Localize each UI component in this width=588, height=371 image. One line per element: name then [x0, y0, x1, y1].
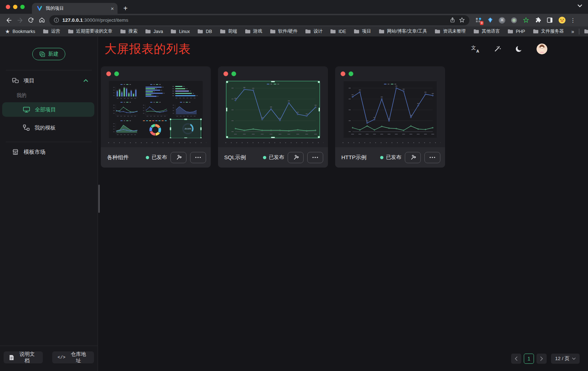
bookmark-star-icon[interactable]: [459, 17, 465, 23]
project-preview-image[interactable]: [226, 81, 320, 138]
bookmark-folder[interactable]: 项目: [354, 28, 371, 34]
side-panel-icon[interactable]: [547, 17, 553, 23]
project-card[interactable]: HTTP示例 已发布: [335, 66, 445, 168]
ellipsis-icon: [312, 157, 318, 158]
hammer-icon: [292, 154, 299, 161]
green-dot-icon: [114, 71, 119, 76]
status-dot-icon: [263, 156, 266, 159]
home-icon[interactable]: [36, 15, 47, 25]
magic-wand-icon[interactable]: [493, 45, 501, 53]
bookmark-folder[interactable]: IDE: [330, 29, 346, 34]
sidebar-item-all-projects[interactable]: 全部项目: [2, 102, 94, 117]
bookmark-folder[interactable]: 游戏: [245, 28, 262, 34]
sidebar-divider: [6, 70, 92, 70]
back-icon[interactable]: [4, 15, 15, 25]
bookmark-folder[interactable]: 网站/博客/文章/工具: [379, 28, 427, 34]
bookmark-folder[interactable]: 软件/硬件: [270, 28, 297, 34]
tab-strip: 我的项目 × +: [0, 0, 588, 14]
tab-search-icon[interactable]: [577, 4, 582, 8]
more-button[interactable]: [190, 152, 206, 163]
project-preview-image[interactable]: [343, 81, 437, 138]
next-page-icon[interactable]: [536, 354, 547, 364]
page-size-select[interactable]: 12 / 页: [551, 354, 580, 364]
red-dot-icon: [106, 71, 111, 76]
share-icon[interactable]: [449, 17, 456, 23]
folder-icon: [533, 29, 539, 34]
bookmark-folder[interactable]: 运营: [43, 28, 60, 34]
status-label: 已发布: [152, 154, 167, 161]
svg-text:25.00%: 25.00%: [185, 128, 192, 130]
more-button[interactable]: [307, 152, 323, 163]
recorder-extension-icon[interactable]: [511, 17, 517, 24]
gem-extension-icon[interactable]: [487, 17, 493, 23]
bookmark-folder[interactable]: 其他语言: [473, 28, 500, 34]
close-window-button[interactable]: [6, 5, 10, 9]
bookmark-folder[interactable]: 近期需要读的文章: [68, 28, 112, 34]
dark-mode-moon-icon[interactable]: [515, 45, 522, 53]
site-info-icon[interactable]: [54, 17, 59, 23]
extension-badge: 9: [480, 21, 484, 25]
bookmarks-manager[interactable]: ★ Bookmarks: [5, 29, 35, 34]
docs-button[interactable]: 说明文档: [4, 351, 43, 363]
project-card-list: 25.00% 各种组件 已发布: [98, 60, 588, 168]
bookmark-folder[interactable]: DB: [197, 29, 212, 34]
bookmark-folder[interactable]: Linux: [170, 29, 190, 34]
user-avatar[interactable]: [536, 44, 547, 54]
create-project-button[interactable]: 新建: [32, 48, 65, 60]
status-dot-icon: [380, 156, 383, 159]
zoom-window-button[interactable]: [20, 5, 25, 9]
chevron-down-icon: [572, 358, 576, 360]
bookmark-folder[interactable]: 资讯未整理: [435, 28, 466, 34]
edit-button[interactable]: [405, 152, 421, 163]
tab-manager-extension-icon[interactable]: 9: [475, 17, 482, 24]
edit-button[interactable]: [170, 152, 186, 163]
chevron-up-icon[interactable]: [83, 79, 88, 82]
bookmark-folder[interactable]: 搜索: [120, 28, 137, 34]
folder-icon: [197, 29, 203, 34]
bookmark-folder-label: Java: [153, 29, 163, 34]
folder-icon: [507, 29, 513, 34]
folder-icon: [473, 29, 479, 34]
profile-avatar-icon[interactable]: [558, 16, 566, 24]
reload-icon[interactable]: [25, 15, 36, 25]
star-extension-icon[interactable]: [523, 17, 529, 24]
scrollbar-thumb[interactable]: [98, 185, 100, 213]
project-card[interactable]: 25.00% 各种组件 已发布: [101, 66, 211, 168]
url-text[interactable]: 127.0.0.1:3000/#/project/items: [62, 17, 446, 23]
project-preview-image[interactable]: 25.00%: [109, 81, 203, 138]
forward-icon[interactable]: [15, 15, 25, 25]
bookmark-folder[interactable]: PHP: [507, 29, 525, 34]
sidebar-item-template-market[interactable]: 模板市场: [0, 147, 98, 157]
other-bookmarks-folder[interactable]: 其他书签: [584, 28, 588, 34]
repo-button[interactable]: </> 仓库地址: [52, 351, 94, 363]
bookmark-folder[interactable]: 前端: [220, 28, 237, 34]
browser-tab[interactable]: 我的项目 ×: [32, 3, 118, 14]
card-footer: SQL示例 已发布: [218, 147, 328, 168]
address-bar[interactable]: 127.0.0.1:3000/#/project/items: [49, 15, 469, 25]
minimize-window-button[interactable]: [13, 5, 17, 9]
language-icon[interactable]: 文A: [471, 45, 479, 53]
more-button[interactable]: [424, 152, 440, 163]
new-tab-button[interactable]: +: [123, 5, 128, 12]
tab-close-icon[interactable]: ×: [111, 6, 114, 11]
bookmark-folder[interactable]: 文件服务器: [533, 28, 564, 34]
extensions-puzzle-icon[interactable]: [535, 17, 541, 24]
project-card[interactable]: SQL示例 已发布: [218, 66, 328, 168]
card-footer: HTTP示例 已发布: [335, 147, 445, 168]
bookmarks-overflow-icon[interactable]: »: [571, 29, 574, 34]
sidebar-group-project[interactable]: 项目: [0, 75, 98, 86]
card-footer: 各种组件 已发布: [101, 147, 211, 168]
folder-icon: [220, 29, 226, 34]
new-copy-plus-icon: [39, 51, 45, 57]
chrome-menu-icon[interactable]: ⋮: [570, 17, 576, 24]
bookmark-folder[interactable]: Java: [145, 29, 163, 34]
edit-button[interactable]: [288, 152, 304, 163]
screens-icon: [12, 78, 19, 84]
current-page-button[interactable]: 1: [524, 354, 534, 364]
command-extension-icon[interactable]: ⌘: [499, 17, 505, 24]
bookmark-folder-label: 文件服务器: [541, 28, 564, 34]
folder-icon: [305, 29, 311, 34]
prev-page-icon[interactable]: [511, 354, 521, 364]
sidebar-item-my-templates[interactable]: 我的模板: [2, 120, 94, 135]
bookmark-folder[interactable]: 设计: [305, 28, 322, 34]
